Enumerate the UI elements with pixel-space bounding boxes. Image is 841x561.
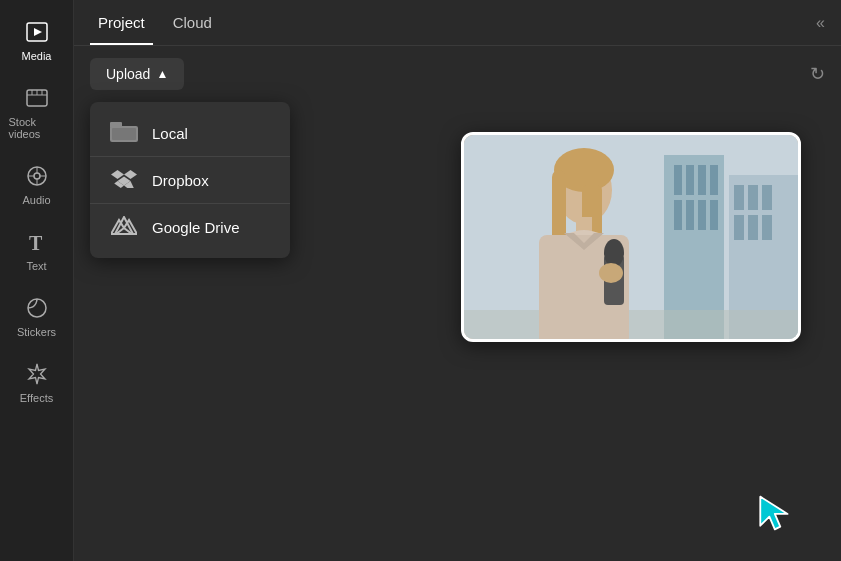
dropdown-item-google-drive[interactable]: Google Drive (90, 203, 290, 250)
svg-marker-55 (760, 497, 787, 530)
content-area: Local Dropbox (74, 102, 841, 561)
svg-rect-17 (112, 128, 136, 140)
media-icon (23, 18, 51, 46)
dropdown-item-dropbox[interactable]: Dropbox (90, 156, 290, 203)
refresh-icon: ↻ (810, 64, 825, 84)
dropbox-icon (110, 169, 138, 191)
svg-rect-35 (710, 200, 718, 230)
dropdown-item-label: Local (152, 125, 188, 142)
sidebar-item-media[interactable]: Media (3, 8, 71, 72)
upload-dropdown: Local Dropbox (90, 102, 290, 258)
audio-icon (23, 162, 51, 190)
sidebar-item-label: Media (22, 50, 52, 62)
svg-rect-39 (762, 185, 772, 210)
chevron-up-icon: ▲ (156, 67, 168, 81)
upload-label: Upload (106, 66, 150, 82)
sidebar: Media Stock videos Audio (0, 0, 74, 561)
svg-rect-38 (748, 185, 758, 210)
sidebar-item-label: Effects (20, 392, 53, 404)
svg-rect-31 (710, 165, 718, 195)
video-thumb-inner (464, 135, 798, 339)
stock-videos-icon (23, 84, 51, 112)
sidebar-item-label: Stickers (17, 326, 56, 338)
svg-rect-42 (762, 215, 772, 240)
svg-point-54 (599, 263, 623, 283)
local-icon (110, 122, 138, 144)
effects-icon (23, 360, 51, 388)
svg-rect-34 (698, 200, 706, 230)
svg-rect-32 (674, 200, 682, 230)
svg-rect-40 (734, 215, 744, 240)
sidebar-item-stock-videos[interactable]: Stock videos (3, 74, 71, 150)
cursor-arrow (753, 493, 793, 533)
toolbar: Upload ▲ ↻ (74, 46, 841, 102)
svg-rect-33 (686, 200, 694, 230)
sidebar-item-text[interactable]: T Text (3, 218, 71, 282)
sidebar-item-label: Stock videos (9, 116, 65, 140)
svg-rect-43 (464, 310, 798, 339)
sidebar-item-audio[interactable]: Audio (3, 152, 71, 216)
sidebar-item-effects[interactable]: Effects (3, 350, 71, 414)
svg-marker-23 (115, 217, 133, 234)
dropdown-item-local[interactable]: Local (90, 110, 290, 156)
text-icon: T (23, 228, 51, 256)
google-drive-icon (110, 216, 138, 238)
svg-rect-16 (110, 122, 122, 128)
main-panel: Project Cloud « Upload ▲ ↻ (74, 0, 841, 561)
upload-button[interactable]: Upload ▲ (90, 58, 184, 90)
sidebar-item-label: Text (26, 260, 46, 272)
background-svg (464, 135, 798, 339)
svg-rect-29 (686, 165, 694, 195)
tab-cloud[interactable]: Cloud (165, 0, 220, 45)
svg-marker-19 (124, 170, 137, 179)
dropdown-item-label: Dropbox (152, 172, 209, 189)
svg-rect-37 (734, 185, 744, 210)
video-thumbnail (461, 132, 801, 342)
svg-text:T: T (29, 232, 43, 254)
svg-point-8 (34, 173, 40, 179)
tabs-bar: Project Cloud « (74, 0, 841, 46)
stickers-icon (23, 294, 51, 322)
svg-marker-1 (34, 28, 42, 36)
svg-marker-18 (111, 170, 124, 179)
svg-rect-30 (698, 165, 706, 195)
sidebar-item-stickers[interactable]: Stickers (3, 284, 71, 348)
collapse-button[interactable]: « (816, 14, 825, 32)
dropdown-item-label: Google Drive (152, 219, 240, 236)
refresh-button[interactable]: ↻ (810, 63, 825, 85)
sidebar-item-label: Audio (22, 194, 50, 206)
tab-project[interactable]: Project (90, 0, 153, 45)
svg-point-53 (604, 239, 624, 267)
svg-rect-41 (748, 215, 758, 240)
svg-rect-28 (674, 165, 682, 195)
